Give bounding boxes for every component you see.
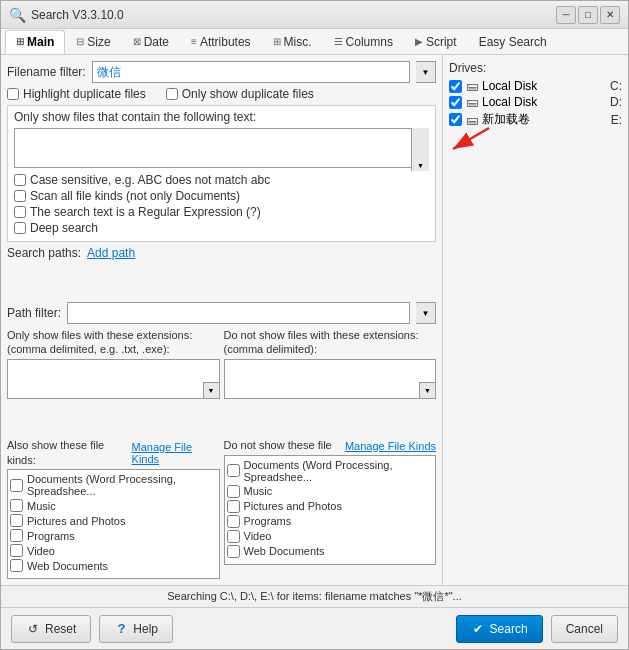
list-item[interactable]: Video: [227, 529, 434, 544]
highlight-duplicates-input[interactable]: [7, 88, 19, 100]
maximize-button[interactable]: □: [578, 6, 598, 24]
video-hide-input[interactable]: [227, 530, 240, 543]
search-button[interactable]: ✔ Search: [456, 615, 543, 643]
reset-button[interactable]: ↺ Reset: [11, 615, 91, 643]
contains-text-dropdown[interactable]: ▼: [411, 128, 429, 171]
drive-d-checkbox[interactable]: [449, 96, 462, 109]
tab-columns[interactable]: ☰ Columns: [323, 30, 404, 54]
web-kind-label: Web Documents: [27, 560, 108, 572]
only-duplicates-checkbox[interactable]: Only show duplicate files: [166, 87, 314, 101]
tab-size-label: Size: [87, 35, 110, 49]
drive-c-name: Local Disk: [482, 79, 537, 93]
add-path-link[interactable]: Add path: [87, 246, 135, 260]
doc-hide-input[interactable]: [227, 464, 240, 477]
window-title: Search V3.3.10.0: [31, 8, 124, 22]
tab-attributes-label: Attributes: [200, 35, 251, 49]
tab-date[interactable]: ⊠ Date: [122, 30, 180, 54]
ext-show-input[interactable]: ▼: [7, 359, 220, 399]
extensions-area: Only show files with these extensions:(c…: [7, 328, 436, 434]
case-sensitive-input[interactable]: [14, 174, 26, 186]
cancel-label: Cancel: [566, 622, 603, 636]
regex-label: The search text is a Regular Expression …: [30, 205, 261, 219]
music-hide-input[interactable]: [227, 485, 240, 498]
help-icon: ?: [114, 622, 128, 636]
tab-script[interactable]: ▶ Script: [404, 30, 468, 54]
tab-easysearch-label: Easy Search: [479, 35, 547, 49]
tab-misc-icon: ⊞: [273, 36, 281, 47]
regex-option[interactable]: The search text is a Regular Expression …: [14, 205, 429, 219]
search-paths-label: Search paths:: [7, 246, 81, 260]
filename-filter-dropdown[interactable]: ▼: [416, 61, 436, 83]
list-item[interactable]: Documents (Word Processing, Spreadshee..…: [227, 458, 434, 484]
content-area: Filename filter: ▼ Highlight duplicate f…: [1, 55, 628, 585]
highlight-duplicates-checkbox[interactable]: Highlight duplicate files: [7, 87, 146, 101]
reset-icon: ↺: [26, 622, 40, 636]
pictures-kind-label: Pictures and Photos: [27, 515, 125, 527]
path-filter-dropdown[interactable]: ▼: [416, 302, 436, 324]
ext-hide-input[interactable]: ▼: [224, 359, 437, 399]
deep-search-input[interactable]: [14, 222, 26, 234]
ext-show-dropdown[interactable]: ▼: [203, 382, 219, 398]
deep-search-option[interactable]: Deep search: [14, 221, 429, 235]
music-kind-input[interactable]: [10, 499, 23, 512]
only-duplicates-label: Only show duplicate files: [182, 87, 314, 101]
drive-e-checkbox[interactable]: [449, 113, 462, 126]
programs-kind-input[interactable]: [10, 529, 23, 542]
manage-file-kinds-left-link[interactable]: Manage File Kinds: [132, 441, 220, 465]
path-filter-row: Path filter: ▼: [7, 302, 436, 324]
doc-kind-input[interactable]: [10, 479, 23, 492]
drive-e-icon: 🖴: [466, 113, 478, 127]
scan-all-label: Scan all file kinds (not only Documents): [30, 189, 240, 203]
bottom-bar: ↺ Reset ? Help ✔ Search Cancel: [1, 607, 628, 649]
pictures-hide-input[interactable]: [227, 500, 240, 513]
scan-all-option[interactable]: Scan all file kinds (not only Documents): [14, 189, 429, 203]
file-kinds-show-list: Documents (Word Processing, Spreadshee..…: [7, 469, 220, 579]
list-item[interactable]: Web Documents: [227, 544, 434, 559]
minimize-button[interactable]: ─: [556, 6, 576, 24]
drive-e-item[interactable]: 🖴 新加载卷 E:: [449, 111, 622, 128]
scan-all-input[interactable]: [14, 190, 26, 202]
contains-text-input[interactable]: [14, 128, 429, 168]
drive-c-checkbox[interactable]: [449, 80, 462, 93]
filename-filter-input[interactable]: [92, 61, 410, 83]
tab-main[interactable]: ⊞ Main: [5, 30, 65, 54]
manage-file-kinds-right-link[interactable]: Manage File Kinds: [345, 440, 436, 452]
list-item[interactable]: Programs: [227, 514, 434, 529]
search-paths-area: [7, 264, 436, 294]
case-sensitive-option[interactable]: Case sensitive, e.g. ABC does not match …: [14, 173, 429, 187]
highlight-duplicates-label: Highlight duplicate files: [23, 87, 146, 101]
contains-text-input-wrapper: ▼: [14, 128, 429, 171]
web-kind-input[interactable]: [10, 559, 23, 572]
path-filter-input[interactable]: [67, 302, 410, 324]
programs-hide-input[interactable]: [227, 515, 240, 528]
cancel-button[interactable]: Cancel: [551, 615, 618, 643]
list-item[interactable]: Pictures and Photos: [10, 513, 217, 528]
list-item[interactable]: Music: [227, 484, 434, 499]
video-kind-input[interactable]: [10, 544, 23, 557]
tab-misc-label: Misc.: [284, 35, 312, 49]
list-item[interactable]: Web Documents: [10, 558, 217, 573]
help-button[interactable]: ? Help: [99, 615, 173, 643]
tab-misc[interactable]: ⊞ Misc.: [262, 30, 323, 54]
list-item[interactable]: Pictures and Photos: [227, 499, 434, 514]
pictures-kind-input[interactable]: [10, 514, 23, 527]
status-bar: Searching C:\, D:\, E:\ for items: filen…: [1, 585, 628, 607]
tab-main-icon: ⊞: [16, 36, 24, 47]
list-item[interactable]: Video: [10, 543, 217, 558]
tab-size[interactable]: ⊟ Size: [65, 30, 121, 54]
regex-input[interactable]: [14, 206, 26, 218]
web-hide-input[interactable]: [227, 545, 240, 558]
list-item[interactable]: Music: [10, 498, 217, 513]
list-item[interactable]: Documents (Word Processing, Spreadshee..…: [10, 472, 217, 498]
drive-d-name: Local Disk: [482, 95, 537, 109]
programs-hide-label: Programs: [244, 515, 292, 527]
only-duplicates-input[interactable]: [166, 88, 178, 100]
list-item[interactable]: Programs: [10, 528, 217, 543]
tab-attributes[interactable]: ≡ Attributes: [180, 30, 262, 54]
ext-hide-dropdown[interactable]: ▼: [419, 382, 435, 398]
drive-d-item[interactable]: 🖴 Local Disk D:: [449, 95, 622, 109]
tab-easysearch[interactable]: Easy Search: [468, 30, 558, 54]
close-button[interactable]: ✕: [600, 6, 620, 24]
drive-c-item[interactable]: 🖴 Local Disk C:: [449, 79, 622, 93]
music-kind-label: Music: [27, 500, 56, 512]
